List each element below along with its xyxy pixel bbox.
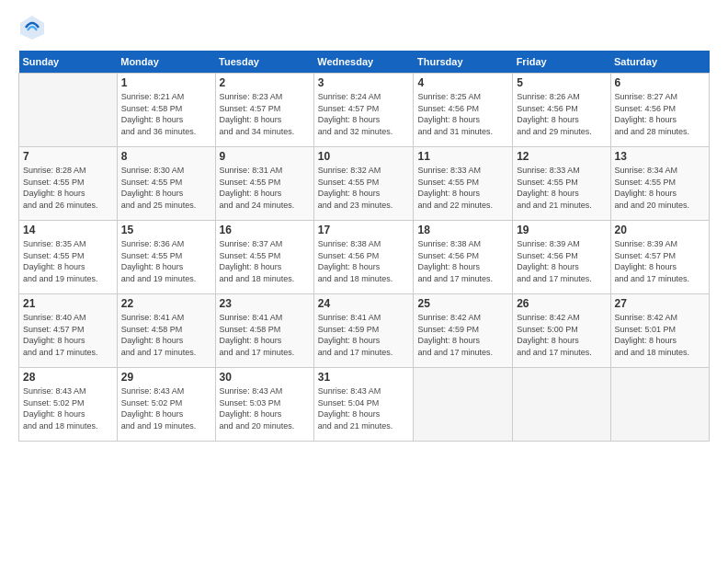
sunrise-text: Sunrise: 8:35 AM — [23, 239, 86, 248]
day-number: 9 — [220, 150, 310, 163]
sunset-text: Sunset: 4:55 PM — [417, 178, 479, 187]
calendar-table: Sunday Monday Tuesday Wednesday Thursday… — [18, 51, 710, 442]
sunrise-text: Sunrise: 8:26 AM — [517, 92, 580, 101]
week-row-0: 1Sunrise: 8:21 AMSunset: 4:58 PMDaylight… — [19, 74, 710, 147]
sunset-text: Sunset: 4:55 PM — [220, 251, 281, 260]
header-tuesday: Tuesday — [215, 51, 313, 74]
sunrise-text: Sunrise: 8:40 AM — [23, 313, 86, 322]
sunrise-text: Sunrise: 8:39 AM — [615, 239, 678, 248]
sunrise-text: Sunrise: 8:41 AM — [220, 313, 283, 322]
day-number: 30 — [220, 371, 310, 384]
day-info: Sunrise: 8:27 AMSunset: 4:56 PMDaylight:… — [615, 91, 706, 137]
table-cell — [19, 74, 118, 147]
sunrise-text: Sunrise: 8:42 AM — [615, 313, 678, 322]
day-info: Sunrise: 8:43 AMSunset: 5:04 PMDaylight:… — [318, 385, 410, 431]
sunrise-text: Sunrise: 8:27 AM — [615, 92, 678, 101]
sunset-text: Sunset: 4:56 PM — [615, 104, 677, 113]
day-number: 17 — [318, 224, 410, 236]
daylight-minutes-text: and and 21 minutes. — [517, 201, 592, 210]
table-cell: 8Sunrise: 8:30 AMSunset: 4:55 PMDaylight… — [117, 147, 215, 221]
daylight-hours-text: Daylight: 8 hours — [318, 409, 381, 419]
table-cell: 20Sunrise: 8:39 AMSunset: 4:57 PMDayligh… — [610, 221, 710, 294]
table-cell: 15Sunrise: 8:36 AMSunset: 4:55 PMDayligh… — [117, 221, 215, 294]
day-number: 26 — [517, 297, 606, 310]
daylight-hours-text: Daylight: 8 hours — [220, 336, 282, 345]
day-info: Sunrise: 8:34 AMSunset: 4:55 PMDaylight:… — [615, 165, 706, 211]
sunrise-text: Sunrise: 8:32 AM — [318, 166, 381, 175]
header — [18, 14, 710, 41]
sunrise-text: Sunrise: 8:33 AM — [417, 166, 481, 175]
day-info: Sunrise: 8:43 AMSunset: 5:02 PMDaylight:… — [23, 385, 113, 431]
table-cell — [610, 368, 710, 442]
day-info: Sunrise: 8:36 AMSunset: 4:55 PMDaylight:… — [121, 238, 211, 284]
sunrise-text: Sunrise: 8:34 AM — [615, 166, 678, 175]
sunrise-text: Sunrise: 8:38 AM — [417, 239, 481, 248]
daylight-hours-text: Daylight: 8 hours — [121, 189, 184, 198]
daylight-minutes-text: and and 19 minutes. — [121, 274, 197, 283]
table-cell: 26Sunrise: 8:42 AMSunset: 5:00 PMDayligh… — [513, 294, 610, 368]
sunrise-text: Sunrise: 8:37 AM — [220, 239, 283, 248]
daylight-hours-text: Daylight: 8 hours — [615, 115, 677, 124]
daylight-hours-text: Daylight: 8 hours — [517, 115, 579, 124]
day-number: 12 — [517, 150, 606, 163]
daylight-hours-text: Daylight: 8 hours — [220, 409, 282, 419]
daylight-hours-text: Daylight: 8 hours — [417, 262, 480, 271]
sunrise-text: Sunrise: 8:39 AM — [517, 239, 580, 248]
daylight-minutes-text: and and 34 minutes. — [220, 127, 295, 136]
sunrise-text: Sunrise: 8:41 AM — [121, 313, 185, 322]
daylight-minutes-text: and and 19 minutes. — [121, 421, 197, 431]
day-info: Sunrise: 8:43 AMSunset: 5:03 PMDaylight:… — [220, 385, 310, 431]
daylight-hours-text: Daylight: 8 hours — [417, 336, 480, 345]
day-info: Sunrise: 8:38 AMSunset: 4:56 PMDaylight:… — [417, 238, 508, 284]
daylight-minutes-text: and and 23 minutes. — [318, 201, 393, 210]
daylight-minutes-text: and and 17 minutes. — [318, 348, 393, 357]
day-number: 16 — [220, 224, 310, 236]
table-cell: 9Sunrise: 8:31 AMSunset: 4:55 PMDaylight… — [215, 147, 313, 221]
day-number: 23 — [220, 297, 310, 310]
sunset-text: Sunset: 4:57 PM — [318, 104, 380, 113]
sunrise-text: Sunrise: 8:38 AM — [318, 239, 381, 248]
sunset-text: Sunset: 5:02 PM — [23, 398, 85, 408]
daylight-hours-text: Daylight: 8 hours — [517, 336, 579, 345]
day-number: 25 — [417, 297, 508, 310]
sunrise-text: Sunrise: 8:23 AM — [220, 92, 283, 101]
daylight-hours-text: Daylight: 8 hours — [517, 262, 579, 271]
sunset-text: Sunset: 4:55 PM — [517, 178, 578, 187]
sunset-text: Sunset: 5:03 PM — [220, 398, 281, 408]
day-info: Sunrise: 8:24 AMSunset: 4:57 PMDaylight:… — [318, 91, 410, 137]
sunrise-text: Sunrise: 8:42 AM — [417, 313, 481, 322]
sunrise-text: Sunrise: 8:41 AM — [318, 313, 381, 322]
header-saturday: Saturday — [610, 51, 710, 74]
sunrise-text: Sunrise: 8:21 AM — [121, 92, 185, 101]
daylight-hours-text: Daylight: 8 hours — [23, 409, 85, 419]
day-number: 28 — [23, 371, 113, 384]
day-info: Sunrise: 8:23 AMSunset: 4:57 PMDaylight:… — [220, 91, 310, 137]
daylight-minutes-text: and and 29 minutes. — [517, 127, 592, 136]
table-cell: 25Sunrise: 8:42 AMSunset: 4:59 PMDayligh… — [414, 294, 513, 368]
day-number: 20 — [615, 224, 706, 236]
table-cell: 13Sunrise: 8:34 AMSunset: 4:55 PMDayligh… — [610, 147, 710, 221]
daylight-minutes-text: and and 17 minutes. — [121, 348, 197, 357]
day-number: 27 — [615, 297, 706, 310]
day-number: 4 — [417, 76, 508, 89]
daylight-minutes-text: and and 17 minutes. — [417, 348, 493, 357]
day-number: 3 — [318, 76, 410, 89]
day-info: Sunrise: 8:32 AMSunset: 4:55 PMDaylight:… — [318, 165, 410, 211]
sunset-text: Sunset: 5:00 PM — [517, 325, 578, 334]
day-info: Sunrise: 8:30 AMSunset: 4:55 PMDaylight:… — [121, 165, 211, 211]
day-info: Sunrise: 8:40 AMSunset: 4:57 PMDaylight:… — [23, 312, 113, 358]
table-cell: 7Sunrise: 8:28 AMSunset: 4:55 PMDaylight… — [19, 147, 118, 221]
day-number: 7 — [23, 150, 113, 163]
table-cell: 4Sunrise: 8:25 AMSunset: 4:56 PMDaylight… — [414, 74, 513, 147]
sunrise-text: Sunrise: 8:43 AM — [121, 386, 185, 396]
day-number: 2 — [220, 76, 310, 89]
daylight-hours-text: Daylight: 8 hours — [121, 262, 184, 271]
table-cell: 28Sunrise: 8:43 AMSunset: 5:02 PMDayligh… — [19, 368, 118, 442]
header-friday: Friday — [513, 51, 610, 74]
day-number: 31 — [318, 371, 410, 384]
sunrise-text: Sunrise: 8:31 AM — [220, 166, 283, 175]
day-info: Sunrise: 8:37 AMSunset: 4:55 PMDaylight:… — [220, 238, 310, 284]
day-info: Sunrise: 8:25 AMSunset: 4:56 PMDaylight:… — [417, 91, 508, 137]
day-number: 15 — [121, 224, 211, 236]
sunrise-text: Sunrise: 8:30 AM — [121, 166, 185, 175]
